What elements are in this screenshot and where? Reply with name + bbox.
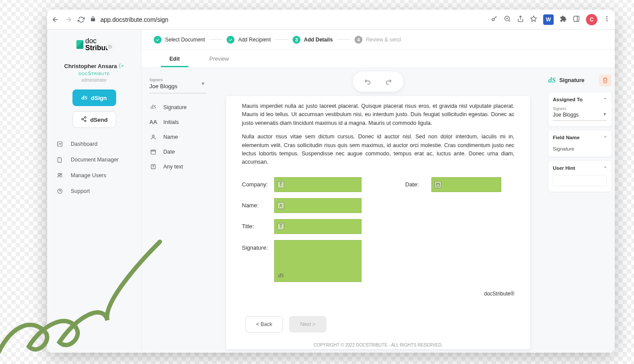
- step-review-send[interactable]: 4Review & send: [355, 36, 401, 44]
- section-header[interactable]: User Hint⌃: [553, 165, 607, 171]
- chevron-down-icon: ▼: [603, 112, 607, 117]
- key-icon[interactable]: [491, 15, 498, 24]
- svg-point-16: [60, 174, 62, 175]
- signature-icon: dS: [548, 76, 556, 84]
- calendar-icon: [149, 149, 157, 155]
- text-icon: T: [277, 223, 284, 230]
- undo-redo-toolbar: [353, 72, 403, 92]
- gear-icon[interactable]: [106, 43, 114, 51]
- field-signature[interactable]: dS: [274, 240, 362, 282]
- svg-point-0: [492, 18, 494, 21]
- person-icon: [277, 202, 284, 209]
- extension-badge[interactable]: W: [543, 14, 554, 25]
- document-page[interactable]: Mauris imperdiet nulla ac justo laoreet …: [226, 96, 530, 349]
- field-name-value: Signature: [553, 144, 607, 151]
- svg-rect-24: [436, 183, 440, 186]
- browser-toolbar: app.docstribute.com/sign W C: [47, 10, 615, 30]
- palette-any-text[interactable]: Any text: [149, 159, 207, 174]
- tab-preview[interactable]: Preview: [208, 51, 231, 67]
- nav-dashboard[interactable]: Dashboard: [53, 137, 135, 151]
- assigned-signer-dropdown[interactable]: Signers Joe Bloggs▼: [553, 106, 607, 121]
- chevron-down-icon: ▼: [201, 81, 205, 86]
- palette-initials[interactable]: AAInitials: [149, 115, 207, 130]
- share-icon[interactable]: [517, 15, 524, 24]
- document-area: Mauris imperdiet nulla ac justo laoreet …: [211, 68, 545, 353]
- support-icon: [56, 188, 64, 194]
- panel-title: Signature: [559, 77, 596, 83]
- url-bar[interactable]: app.docstribute.com/sign: [90, 16, 486, 23]
- browser-reload-icon[interactable]: [78, 16, 85, 23]
- zoom-icon[interactable]: [504, 15, 511, 24]
- users-icon: [56, 172, 64, 179]
- step-add-recipient[interactable]: Add Recipient: [227, 36, 271, 44]
- user-role: administrator: [53, 78, 135, 82]
- tab-edit[interactable]: Edit: [168, 51, 182, 67]
- step-select-document[interactable]: Select Document: [154, 36, 205, 44]
- doc-footer: docStribute®: [242, 290, 514, 298]
- stepper: Select Document Add Recipient 3Add Detai…: [141, 30, 615, 50]
- field-date[interactable]: [431, 177, 501, 192]
- section-header[interactable]: Field Name⌃: [553, 135, 607, 140]
- menu-dots-icon[interactable]: [603, 15, 610, 24]
- palette-name[interactable]: Name: [149, 130, 207, 144]
- check-icon: [227, 36, 234, 44]
- field-name[interactable]: [274, 198, 362, 213]
- signature-icon: dS: [82, 94, 88, 101]
- user-hint-input[interactable]: [553, 175, 607, 186]
- svg-point-7: [606, 20, 608, 21]
- sidebar: docStribute Christopher Ansara docStribu…: [47, 30, 141, 353]
- lock-icon: [90, 16, 96, 23]
- nav-document-manager[interactable]: Document Manager: [53, 153, 135, 166]
- profile-avatar[interactable]: C: [586, 14, 597, 25]
- svg-rect-3: [574, 16, 579, 21]
- signature-icon: dS: [149, 104, 157, 110]
- copyright: COPYRIGHT © 2022 DOCSTRIBUTE - ALL RIGHT…: [141, 343, 615, 347]
- nav-manage-users[interactable]: Manage Users: [53, 169, 135, 182]
- signer-dropdown[interactable]: Signers Joe Bloggs ▼: [149, 76, 207, 93]
- section-header[interactable]: Assigned To⌃: [553, 97, 607, 102]
- browser-back-icon[interactable]: [52, 16, 59, 24]
- logo-icon: [76, 40, 83, 49]
- signature-icon: dS: [277, 272, 284, 279]
- label-date: Date:: [405, 180, 431, 189]
- label-name: Name:: [242, 201, 274, 210]
- redo-button[interactable]: [382, 75, 395, 88]
- svg-point-26: [280, 204, 281, 205]
- chart-icon: [56, 141, 64, 147]
- panel-icon[interactable]: [573, 15, 580, 24]
- palette-date[interactable]: Date: [149, 144, 207, 159]
- doc-paragraph: Nulla auctor risus vitae sem dictum curs…: [242, 133, 514, 167]
- label-signature: Signature:: [242, 240, 274, 252]
- next-button: Next >: [289, 316, 327, 333]
- back-button[interactable]: < Back: [245, 316, 283, 333]
- dsend-button[interactable]: dSend: [72, 111, 116, 128]
- browser-forward-icon[interactable]: [65, 16, 72, 24]
- undo-button[interactable]: [362, 75, 375, 88]
- field-title[interactable]: T: [274, 219, 362, 234]
- browser-window: app.docstribute.com/sign W C docStribute…: [47, 10, 615, 353]
- logo[interactable]: docStribute: [53, 38, 135, 52]
- svg-line-13: [83, 117, 85, 118]
- chevron-up-icon: ⌃: [603, 135, 607, 140]
- user-block: Christopher Ansara docStribute administr…: [53, 63, 135, 82]
- svg-marker-2: [531, 16, 536, 21]
- label-company: Company:: [242, 180, 274, 189]
- palette-signature[interactable]: dSSignature: [149, 100, 207, 115]
- svg-point-10: [81, 118, 83, 120]
- calendar-icon: [434, 181, 441, 188]
- url-host: app.docstribute.com: [100, 16, 155, 23]
- logout-icon[interactable]: [119, 63, 124, 70]
- nav-support[interactable]: Support: [53, 185, 135, 198]
- delete-button[interactable]: [599, 74, 611, 86]
- dsign-button[interactable]: dS dSign: [72, 89, 116, 106]
- share-icon: [81, 116, 87, 124]
- extensions-icon[interactable]: [560, 15, 567, 24]
- star-icon[interactable]: [530, 15, 537, 24]
- section-user-hint: User Hint⌃: [548, 161, 611, 192]
- file-icon: [56, 157, 64, 163]
- person-icon: [149, 134, 157, 140]
- field-company[interactable]: T: [274, 177, 362, 192]
- step-add-details[interactable]: 3Add Details: [293, 36, 333, 44]
- text-icon: T: [277, 181, 284, 188]
- svg-point-9: [84, 117, 86, 118]
